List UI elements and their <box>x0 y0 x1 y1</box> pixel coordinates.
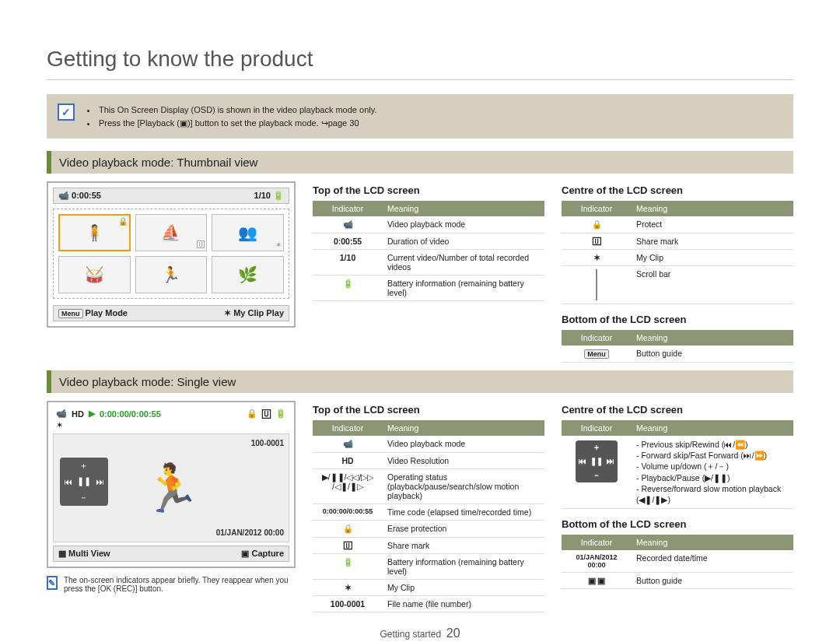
section-header-single: Video playback mode: Single view <box>47 370 793 393</box>
video-mode-icon: 📹 <box>56 409 67 419</box>
indicator-cell: 🔋 <box>313 554 383 580</box>
single-screen: 📹 HD ▶ 0:00:00/0:00:55 🔒 🅄 🔋 ✶ 🏃 100-000… <box>47 401 296 568</box>
indicator-cell: 🔒 <box>313 521 383 538</box>
th-meaning: Meaning <box>383 201 544 216</box>
s2-centre-title: Centre of the LCD screen <box>562 404 793 416</box>
th-indicator: Indicator <box>562 330 632 346</box>
meaning-cell: Battery information (remaining battery l… <box>383 275 544 301</box>
section-header-thumbnail: Video playback mode: Thumbnail view <box>47 151 793 174</box>
meaning-cell: Recorded date/time <box>632 550 793 573</box>
minus-icon: － <box>79 492 88 503</box>
footer-page: 20 <box>446 626 460 640</box>
meaning-cell: Time code (elapsed time/recorded time) <box>383 504 544 521</box>
th-meaning: Meaning <box>383 420 544 436</box>
s2-top-table: IndicatorMeaning 📹Video playback mode HD… <box>313 420 544 612</box>
indicator-cell: 1/10 <box>313 250 383 275</box>
meaning-cell: Current video/Number of total recorded v… <box>383 250 544 275</box>
indicator-cell: ▣ ▣ <box>562 573 632 589</box>
s1-centre-table: IndicatorMeaning 🔒Protect 🅄Share mark ✶M… <box>562 201 793 304</box>
duration-label: 0:00:55 <box>72 191 101 200</box>
meaning-cell: Video playback mode <box>383 436 544 453</box>
indicator-cell <box>562 266 632 304</box>
counter-label: 1/10 <box>254 191 271 200</box>
capture-icon: ▣ <box>241 549 249 558</box>
s1-centre-title: Centre of the LCD screen <box>562 184 793 196</box>
meaning-cell: File name (file number) <box>383 596 544 612</box>
meaning-cell: Scroll bar <box>632 266 793 304</box>
th-meaning: Meaning <box>632 201 793 216</box>
note-box: ✓ This On Screen Display (OSD) is shown … <box>47 94 793 139</box>
indicator-cell: ✶ <box>562 250 632 266</box>
meaning-cell: Video Resolution <box>383 453 544 469</box>
thumbnail[interactable]: 🏃 <box>135 256 208 293</box>
indicator-cell: 100-0001 <box>313 596 383 612</box>
myclip-icon: ✶ <box>224 308 231 317</box>
meaning-cell: My Clip <box>383 580 544 596</box>
thumbnail[interactable]: 🧍🔒 <box>58 214 131 251</box>
indicator-cell: 🔋 <box>313 275 383 301</box>
meaning-cell: Duration of video <box>383 233 544 250</box>
info-icon: ✎ <box>47 576 58 590</box>
indicator-cell: 0:00:00/0:00:55 <box>313 504 383 521</box>
meaning-cell: Battery information (remaining battery l… <box>383 554 544 580</box>
indicator-cell: ▶/❚❚/◁◁/▷▷ /◁❚/❚▷ <box>313 469 383 504</box>
lock-icon: 🔒 <box>247 409 257 419</box>
thumbnail[interactable]: 🥁 <box>58 256 131 293</box>
footer-label: Getting started <box>380 629 441 640</box>
thumbnail[interactable]: 👥✶ <box>212 214 284 251</box>
file-number-label: 100-0001 <box>251 439 284 447</box>
play-mode-label: Play Mode <box>86 308 128 317</box>
indicator-cell: 📹 <box>313 436 383 453</box>
thumbnail-screen: 📹 0:00:55 1/10 🔋 🧍🔒 ⛵🅄 👥✶ 🥁 🏃 🌿 Menu Pla… <box>47 181 296 328</box>
thumbnail[interactable]: ⛵🅄 <box>135 214 208 251</box>
s2-centre-table: IndicatorMeaning ＋ ⏮❚❚⏭ － - Previous ski… <box>562 420 793 509</box>
indicator-cell: ✶ <box>313 580 383 596</box>
timecode-label: 0:00:00/0:00:55 <box>100 409 161 419</box>
meaning-cell: Share mark <box>632 233 793 250</box>
control-pad[interactable]: ＋ ⏮❚❚⏭ － <box>60 458 108 506</box>
note-item: Press the [Playback (▣)] button to set t… <box>87 117 376 130</box>
control-pad-icon: ＋ ⏮❚❚⏭ － <box>576 440 618 482</box>
prev-icon: ⏮ <box>64 477 72 486</box>
meaning-cell: Share mark <box>383 538 544 554</box>
meaning-cell: Protect <box>632 216 793 233</box>
meaning-cell: - Previous skip/Rewind (⏮/⏪) - Forward s… <box>632 436 793 509</box>
meaning-cell: Video playback mode <box>383 216 544 233</box>
th-indicator: Indicator <box>313 201 383 216</box>
video-mode-icon: 📹 <box>58 191 69 200</box>
indicator-cell: 🔒 <box>562 216 632 233</box>
thumbnail[interactable]: 🌿 <box>212 256 284 293</box>
meaning-cell: Button guide <box>632 346 793 363</box>
indicator-cell: ＋ ⏮❚❚⏭ － <box>562 436 632 509</box>
th-meaning: Meaning <box>632 330 793 346</box>
th-indicator: Indicator <box>562 420 632 436</box>
pause-icon: ❚❚ <box>77 476 91 486</box>
meaning-cell: Operating status (playback/pause/search/… <box>383 469 544 504</box>
th-meaning: Meaning <box>632 535 793 550</box>
myclip-icon: ✶ <box>56 420 63 430</box>
indicator-cell: Menu <box>562 346 632 363</box>
indicator-cell: 🅄 <box>562 233 632 250</box>
s1-bottom-table: IndicatorMeaning MenuButton guide <box>562 330 793 363</box>
play-icon: ▶ <box>89 409 95 419</box>
indicator-cell: 🅄 <box>313 538 383 554</box>
page-footer: Getting started 20 <box>47 626 793 640</box>
battery-icon: 🔋 <box>275 409 286 419</box>
note-list: This On Screen Display (OSD) is shown in… <box>84 103 376 129</box>
battery-icon: 🔋 <box>273 191 284 200</box>
s1-top-table: IndicatorMeaning 📹Video playback mode 0:… <box>313 201 544 301</box>
indicator-cell: HD <box>313 453 383 469</box>
grid-icon: ▦ <box>58 549 66 558</box>
thumbnail-grid: 🧍🔒 ⛵🅄 👥✶ 🥁 🏃 🌿 <box>53 209 289 299</box>
meaning-cell: Erase protection <box>383 521 544 538</box>
scrollbar-icon <box>596 269 597 300</box>
date-label: 01/JAN/2012 00:00 <box>216 528 284 537</box>
plus-icon: ＋ <box>79 460 88 472</box>
indicator-cell: 01/JAN/2012 00:00 <box>562 550 632 573</box>
share-icon: 🅄 <box>262 409 271 419</box>
tiny-note: ✎ The on-screen indicators appear briefl… <box>47 576 296 593</box>
s1-top-title: Top of the LCD screen <box>313 184 544 196</box>
th-indicator: Indicator <box>313 420 383 436</box>
capture-label: Capture <box>251 549 284 558</box>
meaning-cell: Button guide <box>632 573 793 589</box>
